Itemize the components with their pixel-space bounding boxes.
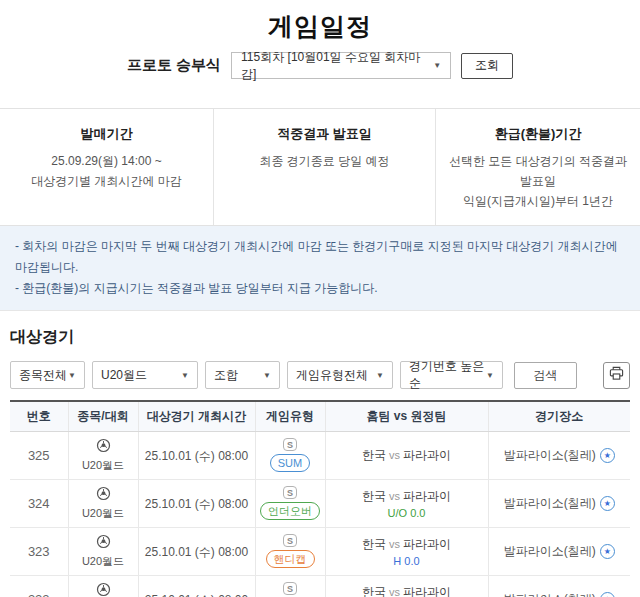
vs-label: vs — [386, 586, 403, 597]
info-col-result-date: 적중결과 발표일 최종 경기종료 당일 예정 — [213, 109, 435, 225]
proto-label: 프로토 승부식 — [127, 56, 221, 75]
away-team: 파라과이 — [403, 448, 451, 462]
filter-select-value: 조합 — [214, 367, 238, 384]
single-purchase-icon: S — [283, 582, 297, 595]
game-time: 25.10.01 (수) 08:00 — [145, 449, 248, 463]
games-table: 번호 종목/대회 대상경기 개최시간 게임유형 홈팀 vs 원정팀 경기장소 3… — [10, 400, 630, 597]
chevron-down-icon: ▼ — [181, 371, 189, 380]
notice-line: - 환급(환불)의 지급시기는 적중결과 발표 당일부터 지급 가능합니다. — [15, 278, 625, 299]
search-button[interactable]: 검색 — [514, 362, 577, 389]
notice-line: - 회차의 마감은 마지막 두 번째 대상경기 개최시간에 마감 또는 한경기구… — [15, 236, 625, 278]
info-line: 대상경기별 개최시간에 마감 — [8, 172, 205, 192]
soccer-ball-icon — [96, 438, 111, 457]
col-header-number: 번호 — [10, 401, 68, 431]
game-number: 325 — [28, 448, 50, 463]
single-purchase-icon: S — [283, 438, 297, 451]
table-row: 322 U20월드 25.10.01 (수) 08:00 S 핸디캡 — [10, 575, 630, 597]
league-label: U20월드 — [82, 506, 124, 521]
venue-label: 발파라이소(칠레) — [504, 543, 596, 560]
section-title-target-games: 대상경기 — [10, 327, 630, 348]
home-team: 한국 — [362, 489, 386, 503]
single-purchase-icon: S — [283, 486, 297, 499]
round-select[interactable]: 115회차 [10월01일 수요일 회차마감] ▼ — [231, 52, 451, 79]
game-type-badge: SUM — [270, 454, 310, 472]
filter-select-game-type[interactable]: 게임유형전체 ▼ — [287, 361, 393, 389]
info-line: 최종 경기종료 당일 예정 — [222, 152, 427, 172]
star-circle-icon[interactable]: ★ — [600, 544, 615, 559]
info-section: 발매기간 25.09.29(월) 14:00 ~ 대상경기별 개최시간에 마감 … — [0, 108, 640, 226]
vs-label: vs — [386, 449, 403, 461]
col-header-teams: 홈팀 vs 원정팀 — [325, 401, 488, 431]
printer-icon — [609, 366, 624, 384]
chevron-down-icon: ▼ — [433, 61, 441, 70]
vs-label: vs — [386, 490, 403, 502]
star-circle-icon[interactable]: ★ — [600, 448, 615, 463]
game-number: 324 — [28, 496, 50, 511]
round-select-value: 115회차 [10월01일 수요일 회차마감] — [241, 49, 433, 83]
info-col-refund-period: 환급(환불)기간 선택한 모든 대상경기의 적중결과 발표일 익일(지급개시일)… — [435, 109, 640, 225]
filter-select-value: U20월드 — [101, 367, 147, 384]
handicap-note: U/O 0.0 — [326, 507, 488, 519]
print-button[interactable] — [603, 362, 630, 389]
game-time: 25.10.01 (수) 08:00 — [145, 545, 248, 559]
col-header-venue: 경기장소 — [488, 401, 630, 431]
chevron-down-icon: ▼ — [376, 371, 384, 380]
soccer-ball-icon — [96, 582, 111, 597]
col-header-game-type: 게임유형 — [255, 401, 325, 431]
venue-label: 발파라이소(칠레) — [504, 495, 596, 512]
info-title: 적중결과 발표일 — [222, 125, 427, 143]
chevron-down-icon: ▼ — [263, 371, 271, 380]
game-number: 322 — [28, 592, 50, 597]
home-team: 한국 — [362, 585, 386, 597]
game-time: 25.10.01 (수) 08:00 — [145, 497, 248, 511]
chevron-down-icon: ▼ — [486, 371, 494, 380]
filter-select-value: 게임유형전체 — [296, 367, 368, 384]
soccer-ball-icon — [96, 534, 111, 553]
league-label: U20월드 — [82, 458, 124, 473]
col-header-sport: 종목/대회 — [68, 401, 138, 431]
filter-select-sport[interactable]: 종목전체 ▼ — [10, 361, 85, 389]
home-team: 한국 — [362, 537, 386, 551]
star-circle-icon[interactable]: ★ — [600, 592, 615, 597]
away-team: 파라과이 — [403, 489, 451, 503]
handicap-note: H 0.0 — [326, 555, 488, 567]
info-line: 선택한 모든 대상경기의 적중결과 발표일 — [444, 152, 632, 192]
notice-box: - 회차의 마감은 마지막 두 번째 대상경기 개최시간에 마감 또는 한경기구… — [0, 226, 640, 311]
table-row: 324 U20월드 25.10.01 (수) 08:00 S 언더오버 — [10, 479, 630, 527]
table-row: 323 U20월드 25.10.01 (수) 08:00 S 핸디캡 — [10, 527, 630, 575]
single-purchase-icon: S — [283, 534, 297, 547]
filter-select-combination[interactable]: 조합 ▼ — [205, 361, 280, 389]
vs-label: vs — [386, 538, 403, 550]
proto-filter-row: 프로토 승부식 115회차 [10월01일 수요일 회차마감] ▼ 조회 — [0, 52, 640, 79]
col-header-time: 대상경기 개최시간 — [138, 401, 255, 431]
soccer-ball-icon — [96, 486, 111, 505]
info-col-sale-period: 발매기간 25.09.29(월) 14:00 ~ 대상경기별 개최시간에 마감 — [0, 109, 213, 225]
filter-select-value: 종목전체 — [19, 367, 67, 384]
info-line: 25.09.29(월) 14:00 ~ — [8, 152, 205, 172]
inquiry-button[interactable]: 조회 — [461, 53, 513, 79]
filter-select-value: 경기번호 높은순 — [409, 358, 486, 392]
league-label: U20월드 — [82, 554, 124, 569]
venue-label: 발파라이소(칠레) — [504, 447, 596, 464]
filter-bar: 종목전체 ▼ U20월드 ▼ 조합 ▼ 게임유형전체 ▼ 경기번호 높은순 ▼ … — [10, 361, 630, 389]
venue-label: 발파라이소(칠레) — [504, 591, 596, 597]
info-title: 발매기간 — [8, 125, 205, 143]
game-type-badge: 언더오버 — [260, 502, 320, 520]
star-circle-icon[interactable]: ★ — [600, 496, 615, 511]
game-number: 323 — [28, 544, 50, 559]
game-time: 25.10.01 (수) 08:00 — [145, 593, 248, 597]
home-team: 한국 — [362, 448, 386, 462]
chevron-down-icon: ▼ — [68, 371, 76, 380]
game-type-badge: 핸디캡 — [266, 550, 315, 568]
table-header-row: 번호 종목/대회 대상경기 개최시간 게임유형 홈팀 vs 원정팀 경기장소 — [10, 401, 630, 431]
filter-select-league[interactable]: U20월드 ▼ — [92, 361, 198, 389]
page-title: 게임일정 — [0, 0, 640, 43]
table-row: 325 U20월드 25.10.01 (수) 08:00 S SUM — [10, 431, 630, 479]
info-line: 익일(지급개시일)부터 1년간 — [444, 192, 632, 212]
info-title: 환급(환불)기간 — [444, 125, 632, 143]
filter-select-sort-order[interactable]: 경기번호 높은순 ▼ — [400, 361, 503, 389]
away-team: 파라과이 — [403, 585, 451, 597]
away-team: 파라과이 — [403, 537, 451, 551]
